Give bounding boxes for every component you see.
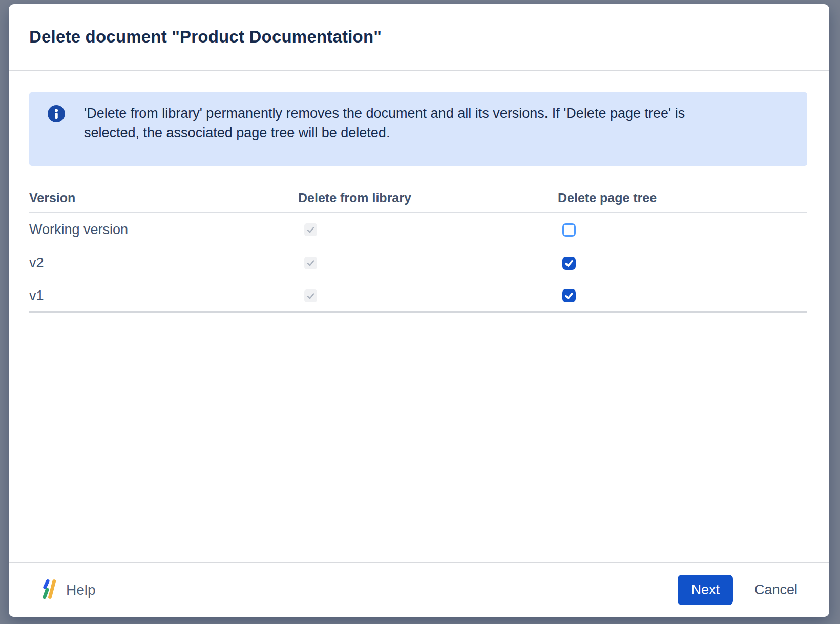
table-row: v1 <box>29 280 807 313</box>
column-header-delete-from-library: Delete from library <box>298 191 558 205</box>
version-label: v1 <box>29 288 298 304</box>
dialog-header: Delete document "Product Documentation" <box>9 4 829 71</box>
dialog-body: 'Delete from library' permanently remove… <box>9 92 829 313</box>
check-icon <box>306 258 316 268</box>
info-banner-message: 'Delete from library' permanently remove… <box>84 103 722 142</box>
delete-page-tree-checkbox[interactable] <box>562 289 576 302</box>
k15t-logo-icon <box>40 578 58 602</box>
cancel-button[interactable]: Cancel <box>754 582 797 598</box>
table-header-row: Version Delete from library Delete page … <box>29 184 807 213</box>
check-icon <box>306 225 316 235</box>
delete-from-library-checkbox <box>304 257 317 269</box>
delete-from-library-checkbox <box>304 289 317 302</box>
dialog-footer: Help Next Cancel <box>9 562 829 617</box>
next-button[interactable]: Next <box>678 575 733 605</box>
dialog-title: Delete document "Product Documentation" <box>29 27 809 47</box>
check-icon <box>306 291 316 301</box>
check-icon <box>564 290 574 301</box>
help-button[interactable]: Help <box>40 578 96 602</box>
modal-backdrop: Delete document "Product Documentation" … <box>0 0 840 624</box>
info-banner: 'Delete from library' permanently remove… <box>29 92 807 166</box>
delete-from-library-checkbox <box>304 223 317 236</box>
column-header-version: Version <box>29 191 298 205</box>
check-icon <box>564 258 574 268</box>
footer-actions: Next Cancel <box>678 575 797 605</box>
version-label: v2 <box>29 255 298 271</box>
delete-document-dialog: Delete document "Product Documentation" … <box>9 4 829 617</box>
version-label: Working version <box>29 222 298 238</box>
table-row: Working version <box>29 213 807 246</box>
version-table: Version Delete from library Delete page … <box>29 184 807 313</box>
delete-page-tree-checkbox[interactable] <box>562 257 576 270</box>
help-label: Help <box>66 582 96 598</box>
delete-page-tree-checkbox[interactable] <box>562 223 576 237</box>
info-icon <box>48 105 65 122</box>
table-row: v2 <box>29 246 807 280</box>
column-header-delete-page-tree: Delete page tree <box>558 191 807 205</box>
